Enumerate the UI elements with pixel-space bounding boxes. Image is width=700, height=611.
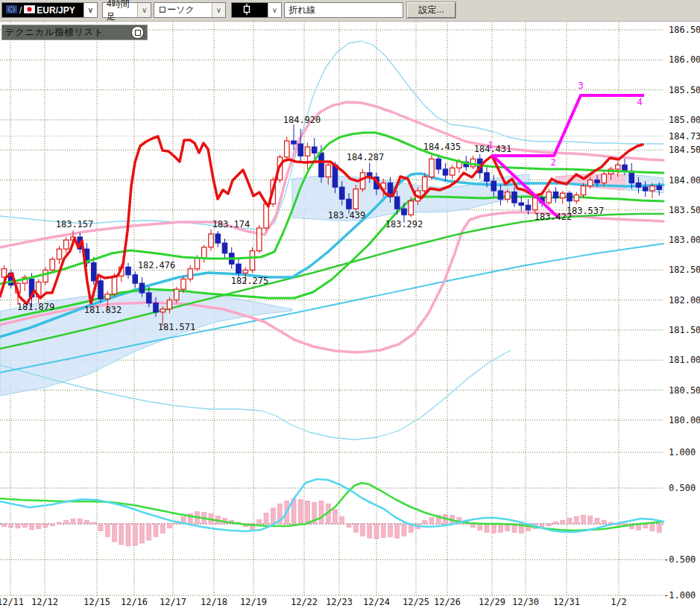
macd-histogram-bar — [50, 524, 54, 526]
svg-text:185.50: 185.50 — [669, 85, 700, 95]
macd-histogram-bar — [478, 524, 482, 531]
macd-histogram-bar — [16, 524, 20, 528]
macd-histogram-bar — [57, 522, 62, 524]
macd-histogram-bar — [340, 516, 344, 524]
macd-histogram-bar — [402, 524, 406, 536]
svg-text:12/19: 12/19 — [240, 597, 267, 607]
chevron-down-icon[interactable]: ∨ — [212, 3, 225, 17]
drawing-mode-label: 折れ線 — [288, 4, 315, 16]
svg-text:186.50: 186.50 — [669, 25, 700, 35]
macd-histogram-bar — [168, 524, 172, 528]
chevron-down-icon[interactable]: ∨ — [137, 3, 151, 17]
macd-histogram-bar — [92, 522, 96, 524]
svg-text:180.50: 180.50 — [669, 385, 700, 396]
svg-text:12/25: 12/25 — [403, 597, 429, 607]
eu-flag-icon — [6, 5, 17, 16]
macd-histogram-bar — [381, 524, 385, 537]
macd-histogram-bar — [561, 520, 565, 524]
macd-histogram-bar — [126, 524, 130, 546]
price-chart-canvas[interactable]: 1234184.920184.287184.435184.431183.1571… — [0, 0, 700, 611]
macd-histogram-bar — [353, 524, 358, 533]
candle-style-select[interactable]: ∨ — [231, 2, 282, 18]
svg-text:12/31: 12/31 — [553, 597, 580, 607]
chevron-down-icon[interactable]: ∨ — [268, 3, 281, 17]
svg-text:182.00: 182.00 — [669, 295, 700, 306]
restore-window-icon[interactable] — [131, 26, 144, 39]
chart-type-label: ローソク — [158, 4, 195, 16]
macd-histogram-bar — [395, 524, 400, 538]
svg-text:4: 4 — [637, 97, 642, 107]
macd-histogram-bar — [154, 524, 158, 536]
macd-histogram-bar — [113, 524, 117, 542]
timeframe-select[interactable]: 4時間足 ∨ — [102, 2, 151, 18]
currency-pair-select[interactable]: / EUR/JPY ∨ — [1, 2, 98, 18]
svg-text:181.571: 181.571 — [158, 322, 196, 332]
chart-type-select[interactable]: ローソク ∨ — [154, 2, 226, 18]
svg-text:186.00: 186.00 — [669, 54, 700, 65]
svg-text:183.174: 183.174 — [212, 219, 250, 229]
svg-text:12/17: 12/17 — [160, 597, 186, 607]
macd-histogram-bar — [140, 524, 145, 543]
macd-histogram-bar — [30, 524, 34, 530]
macd-histogram-bar — [374, 524, 379, 539]
macd-histogram-bar — [147, 524, 151, 540]
drawing-mode-field[interactable]: 折れ線 — [284, 2, 403, 18]
svg-text:181.50: 181.50 — [669, 325, 700, 335]
svg-text:183.292: 183.292 — [385, 219, 423, 229]
svg-text:12/24: 12/24 — [363, 597, 390, 607]
svg-text:12/23: 12/23 — [326, 597, 353, 607]
macd-histogram-bar — [546, 524, 551, 526]
svg-text:183.50: 183.50 — [669, 205, 700, 215]
macd-histogram-bar — [160, 524, 165, 533]
svg-text:12/12: 12/12 — [31, 597, 58, 607]
macd-histogram-bar — [333, 510, 338, 524]
technical-indicator-list-titlebar[interactable]: テクニカル指標リスト — [1, 25, 148, 40]
svg-text:182.50: 182.50 — [669, 265, 700, 275]
svg-text:181.832: 181.832 — [84, 305, 122, 315]
macd-histogram-bar — [298, 499, 303, 524]
macd-histogram-bar — [78, 519, 82, 524]
svg-text:181.879: 181.879 — [17, 302, 55, 312]
macd-histogram-bar — [85, 520, 89, 524]
macd-histogram-bar — [361, 524, 365, 536]
macd-histogram-bar — [9, 524, 13, 528]
svg-text:12/16: 12/16 — [121, 597, 148, 607]
macd-histogram-bar — [133, 524, 137, 545]
svg-text:184.00: 184.00 — [669, 175, 700, 186]
macd-histogram-bar — [388, 524, 393, 536]
macd-histogram-bar — [423, 520, 427, 524]
svg-text:12/18: 12/18 — [201, 597, 227, 607]
svg-text:183.439: 183.439 — [328, 210, 366, 221]
macd-histogram-bar — [347, 524, 351, 528]
svg-text:185.00: 185.00 — [669, 115, 700, 125]
macd-histogram-bar — [471, 524, 476, 528]
svg-text:181.00: 181.00 — [669, 355, 700, 365]
timeframe-label: 4時間足 — [107, 0, 137, 23]
chevron-down-icon[interactable]: ∨ — [83, 3, 97, 17]
price-axis: 186.50186.00185.50185.00184.50184.00183.… — [663, 25, 700, 601]
svg-text:184.287: 184.287 — [347, 152, 385, 162]
svg-text:184.435: 184.435 — [423, 142, 461, 152]
macd-histogram-bar — [98, 524, 103, 531]
candlestick-icon — [242, 3, 251, 18]
macd-histogram-bar — [306, 501, 310, 524]
settings-button[interactable]: 設定... — [407, 2, 455, 18]
svg-text:0.500: 0.500 — [669, 483, 696, 493]
macd-histogram-bar — [368, 524, 372, 538]
macd-histogram-bar — [574, 516, 578, 524]
svg-text:184.431: 184.431 — [474, 144, 512, 154]
svg-text:183.157: 183.157 — [56, 219, 94, 229]
macd-histogram-bar — [64, 520, 69, 524]
macd-panel — [0, 479, 663, 546]
macd-histogram-bar — [491, 524, 496, 533]
macd-histogram-bar — [581, 515, 586, 524]
macd-histogram-bar — [485, 524, 489, 533]
macd-histogram-bar — [71, 519, 75, 524]
svg-text:12/15: 12/15 — [83, 597, 110, 607]
svg-text:182.275: 182.275 — [231, 276, 269, 286]
svg-text:12/30: 12/30 — [512, 597, 539, 607]
svg-text:3: 3 — [578, 80, 583, 91]
svg-text:12/11: 12/11 — [0, 597, 24, 607]
japan-flag-icon — [24, 5, 35, 16]
macd-histogram-bar — [43, 524, 48, 528]
